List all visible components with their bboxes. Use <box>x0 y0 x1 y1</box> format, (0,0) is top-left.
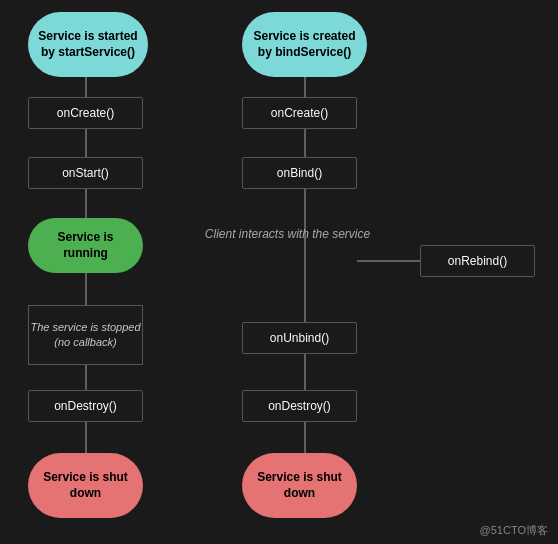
col1-oncreate: onCreate() <box>28 97 143 129</box>
col1-start-pill: Service is started by startService() <box>28 12 148 77</box>
col1-ondestroy: onDestroy() <box>28 390 143 422</box>
col2-onbind: onBind() <box>242 157 357 189</box>
col1-shutdown-pill: Service is shut down <box>28 453 143 518</box>
col2-shutdown-pill: Service is shut down <box>242 453 357 518</box>
col2-oncreate: onCreate() <box>242 97 357 129</box>
col2-ondestroy: onDestroy() <box>242 390 357 422</box>
diagram: Service is started by startService() onC… <box>0 0 558 544</box>
col2-client-label: Client interacts with the service <box>190 220 385 248</box>
col1-running-pill: Service is running <box>28 218 143 273</box>
col1-stopped-label: The service is stopped (no callback) <box>28 305 143 365</box>
col1-onstart: onStart() <box>28 157 143 189</box>
col3-onrebind: onRebind() <box>420 245 535 277</box>
col2-start-pill: Service is created by bindService() <box>242 12 367 77</box>
watermark: @51CTO博客 <box>480 523 548 538</box>
col2-onunbind: onUnbind() <box>242 322 357 354</box>
